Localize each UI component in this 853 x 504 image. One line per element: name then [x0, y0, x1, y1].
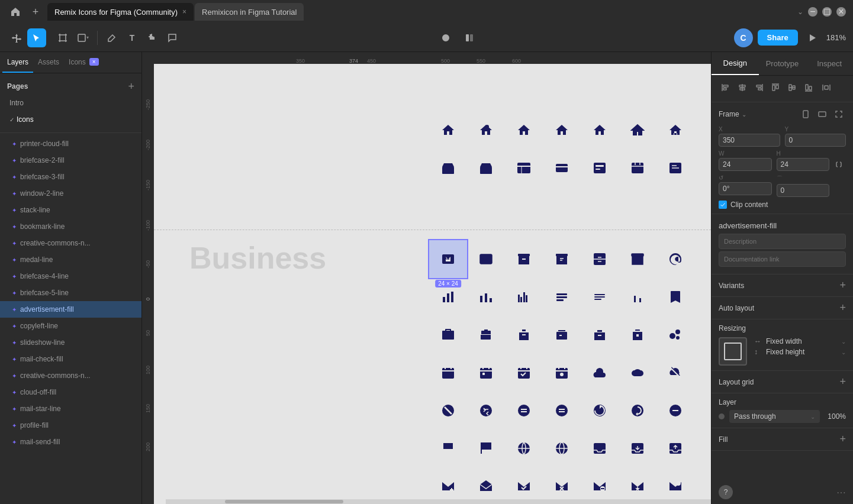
- icon-cell[interactable]: [543, 149, 581, 187]
- icon-cell[interactable]: [429, 111, 467, 149]
- icon-calendar-check-fill[interactable]: [505, 354, 543, 392]
- layer-mail-star-line[interactable]: ✦ mail-star-line: [0, 400, 141, 417]
- icon-inbox-arrow-fill[interactable]: [656, 429, 694, 467]
- more-options-button[interactable]: ⋯: [836, 487, 846, 498]
- icon-cell[interactable]: [543, 111, 581, 149]
- icon-flag-fill[interactable]: [429, 429, 467, 467]
- zoom-level[interactable]: 181%: [826, 33, 846, 42]
- text-tool-button[interactable]: T: [123, 28, 141, 47]
- icon-global-2-fill[interactable]: [543, 429, 581, 467]
- layer-blend-mode-button[interactable]: Pass through ⌄: [729, 410, 820, 423]
- tab-close-button[interactable]: ×: [182, 8, 186, 16]
- layer-bookmark-line[interactable]: ✦ bookmark-line: [0, 218, 141, 235]
- icon-cell[interactable]: [581, 111, 619, 149]
- hand-tool-button[interactable]: [143, 28, 162, 47]
- icon-archive-drawer-fill[interactable]: [581, 240, 619, 278]
- align-top-button[interactable]: [768, 80, 783, 95]
- icon-cell[interactable]: [619, 111, 656, 149]
- layers-tab[interactable]: Layers: [2, 52, 33, 73]
- icon-list-2-fill[interactable]: [581, 278, 619, 316]
- layer-medal-line[interactable]: ✦ medal-line: [0, 251, 141, 268]
- layer-printer-cloud-fill[interactable]: ✦ printer-cloud-fill: [0, 135, 141, 152]
- icon-list-fill[interactable]: [543, 278, 581, 316]
- icon-mail-close-fill[interactable]: [543, 467, 581, 504]
- icon-bar-chart-2-fill[interactable]: [467, 278, 505, 316]
- portrait-frame-button[interactable]: [799, 107, 813, 121]
- move-tool-button[interactable]: [7, 28, 26, 47]
- x-input[interactable]: [719, 134, 780, 147]
- tab-remix-icons[interactable]: Remix Icons for Figma (Community) ×: [47, 3, 194, 21]
- theme-toggle-button[interactable]: [436, 28, 455, 47]
- icon-cell[interactable]: [429, 149, 467, 187]
- icon-archive-fill[interactable]: [505, 240, 543, 278]
- icon-cell[interactable]: [581, 149, 619, 187]
- icon-no-sign-fill[interactable]: [429, 392, 467, 429]
- link-proportions-button[interactable]: [834, 150, 846, 171]
- icon-mail-check-fill-b[interactable]: [505, 467, 543, 504]
- add-auto-layout-button[interactable]: +: [839, 302, 846, 314]
- icon-cell[interactable]: [467, 111, 505, 149]
- icon-mail-unread-fill[interactable]: [656, 467, 694, 504]
- user-avatar[interactable]: C: [734, 28, 753, 47]
- icon-exchange-fill[interactable]: [467, 392, 505, 429]
- assets-tab[interactable]: Assets: [33, 52, 64, 73]
- icon-cloud-fill[interactable]: [581, 354, 619, 392]
- layer-stack-line[interactable]: ✦ stack-line: [0, 202, 141, 218]
- icon-cell[interactable]: [467, 149, 505, 187]
- align-center-h-button[interactable]: [735, 80, 749, 95]
- icon-cloud-off-fill-b[interactable]: [656, 354, 694, 392]
- icon-briefcase-fill[interactable]: [429, 316, 467, 354]
- pen-tool-button[interactable]: [102, 28, 121, 47]
- icon-cell[interactable]: [619, 149, 656, 187]
- layer-briefcase-3-fill[interactable]: ✦ briefcase-3-fill: [0, 169, 141, 185]
- icon-advertisement-fill[interactable]: Ad 24 × 24: [429, 240, 467, 278]
- icon-briefcase-4-fill[interactable]: [543, 316, 581, 354]
- layer-mail-send-fill[interactable]: ✦ mail-send-fill: [0, 434, 141, 450]
- chevron-down-icon[interactable]: ⌄: [797, 8, 803, 16]
- icon-mail-forbid-fill[interactable]: [581, 467, 619, 504]
- icon-bubble-chart-fill[interactable]: [656, 316, 694, 354]
- icon-refresh-fill[interactable]: [581, 392, 619, 429]
- layer-copyleft-line[interactable]: ✦ copyleft-line: [0, 318, 141, 334]
- y-input[interactable]: [785, 134, 846, 147]
- icon-forbidden-fill[interactable]: [656, 392, 694, 429]
- frame-chevron[interactable]: ⌄: [742, 111, 746, 118]
- icon-briefcase-5-fill-b[interactable]: [581, 316, 619, 354]
- prototype-tab[interactable]: Prototype: [759, 52, 806, 75]
- icon-bar-chart-grouped[interactable]: [505, 278, 543, 316]
- layer-creative-commons-2[interactable]: ✦ creative-commons-n...: [0, 367, 141, 384]
- rotation-input[interactable]: [719, 182, 772, 195]
- icon-archive-2-fill[interactable]: [543, 240, 581, 278]
- layer-briefcase-4-line[interactable]: ✦ briefcase-4-line: [0, 268, 141, 285]
- frame-tool-button[interactable]: [53, 28, 72, 47]
- icon-archive-2-line[interactable]: [619, 240, 656, 278]
- distribute-h-button[interactable]: [819, 80, 833, 95]
- icon-bookmark-fill[interactable]: [656, 278, 694, 316]
- layer-mail-check-fill[interactable]: ✦ mail-check-fill: [0, 351, 141, 367]
- fixed-width-option[interactable]: ↔ Fixed width ⌄: [754, 337, 846, 345]
- share-button[interactable]: Share: [758, 30, 798, 46]
- layer-visibility-dot[interactable]: [719, 413, 725, 419]
- icon-inbox-2-fill[interactable]: [619, 429, 656, 467]
- icon-mail-open-fill[interactable]: [467, 467, 505, 504]
- home-button[interactable]: [7, 4, 24, 20]
- icon-cell[interactable]: [505, 111, 543, 149]
- icon-mail-add-fill[interactable]: [429, 467, 467, 504]
- page-item-intro[interactable]: Intro: [7, 95, 134, 111]
- icon-at-fill[interactable]: [656, 240, 694, 278]
- icon-briefcase-2-fill-b[interactable]: [467, 316, 505, 354]
- add-layout-grid-button[interactable]: +: [839, 376, 846, 388]
- icon-cloud-2-fill[interactable]: [619, 354, 656, 392]
- fullscreen-frame-button[interactable]: [832, 107, 846, 121]
- shape-tool-button[interactable]: ▾: [73, 28, 92, 47]
- layer-cloud-off-fill[interactable]: ✦ cloud-off-fill: [0, 384, 141, 400]
- add-page-button[interactable]: +: [128, 81, 134, 92]
- icon-counter-fill[interactable]: [619, 392, 656, 429]
- layer-slideshow-line[interactable]: ✦ slideshow-line: [0, 334, 141, 351]
- description-input[interactable]: [719, 234, 846, 249]
- icon-bar-chart-mini[interactable]: [619, 278, 656, 316]
- fixed-height-option[interactable]: ↕ Fixed height ⌄: [754, 348, 846, 356]
- icon-suitcase-fill[interactable]: [619, 316, 656, 354]
- icon-mail-star-fill[interactable]: [619, 467, 656, 504]
- icon-global-fill[interactable]: [505, 429, 543, 467]
